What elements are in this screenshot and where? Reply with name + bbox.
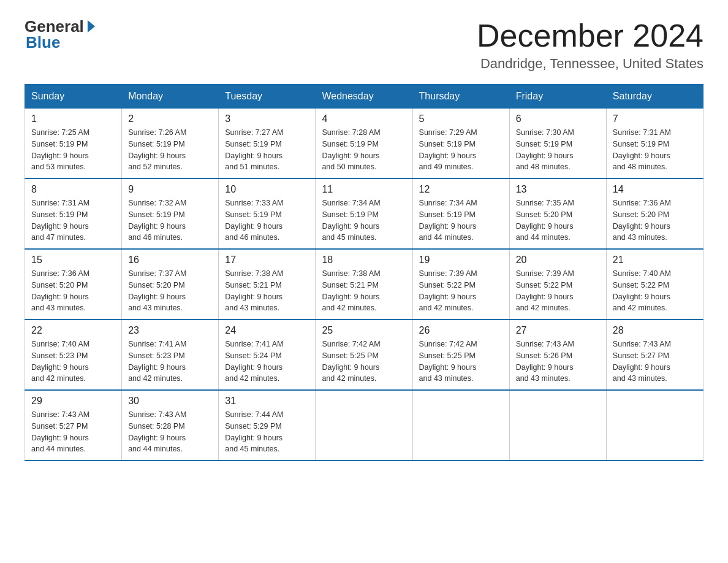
logo-text-blue: Blue <box>26 34 95 50</box>
calendar-day-cell: 11 Sunrise: 7:34 AM Sunset: 5:19 PM Dayl… <box>316 178 412 249</box>
calendar-day-cell: 3 Sunrise: 7:27 AM Sunset: 5:19 PM Dayli… <box>219 109 316 179</box>
day-info: Sunrise: 7:42 AM Sunset: 5:25 PM Dayligh… <box>419 339 503 385</box>
calendar-day-cell: 15 Sunrise: 7:36 AM Sunset: 5:20 PM Dayl… <box>25 249 122 320</box>
day-number: 29 <box>31 396 115 407</box>
day-number: 9 <box>128 184 212 195</box>
day-number: 31 <box>225 396 309 407</box>
day-info: Sunrise: 7:28 AM Sunset: 5:19 PM Dayligh… <box>322 127 406 173</box>
calendar-day-cell: 13 Sunrise: 7:35 AM Sunset: 5:20 PM Dayl… <box>509 178 606 249</box>
day-number: 20 <box>516 255 600 266</box>
day-info: Sunrise: 7:40 AM Sunset: 5:22 PM Dayligh… <box>613 268 697 314</box>
day-info: Sunrise: 7:38 AM Sunset: 5:21 PM Dayligh… <box>322 268 406 314</box>
calendar-day-cell: 4 Sunrise: 7:28 AM Sunset: 5:19 PM Dayli… <box>316 109 412 179</box>
calendar-day-cell: 26 Sunrise: 7:42 AM Sunset: 5:25 PM Dayl… <box>412 320 509 390</box>
day-number: 18 <box>322 255 406 266</box>
day-info: Sunrise: 7:41 AM Sunset: 5:24 PM Dayligh… <box>225 339 309 385</box>
calendar-day-cell: 12 Sunrise: 7:34 AM Sunset: 5:19 PM Dayl… <box>412 178 509 249</box>
logo-general: General <box>25 18 95 34</box>
calendar-day-cell <box>316 390 412 461</box>
calendar-day-cell: 6 Sunrise: 7:30 AM Sunset: 5:19 PM Dayli… <box>509 109 606 179</box>
calendar-day-cell: 16 Sunrise: 7:37 AM Sunset: 5:20 PM Dayl… <box>122 249 219 320</box>
month-title: December 2024 <box>477 18 703 53</box>
calendar-day-cell: 14 Sunrise: 7:36 AM Sunset: 5:20 PM Dayl… <box>606 178 703 249</box>
calendar-day-cell: 1 Sunrise: 7:25 AM Sunset: 5:19 PM Dayli… <box>25 109 122 179</box>
calendar-day-cell: 17 Sunrise: 7:38 AM Sunset: 5:21 PM Dayl… <box>219 249 316 320</box>
day-info: Sunrise: 7:43 AM Sunset: 5:27 PM Dayligh… <box>613 339 697 385</box>
calendar-day-cell: 28 Sunrise: 7:43 AM Sunset: 5:27 PM Dayl… <box>606 320 703 390</box>
day-info: Sunrise: 7:35 AM Sunset: 5:20 PM Dayligh… <box>516 197 600 243</box>
logo: General Blue <box>25 18 95 50</box>
day-info: Sunrise: 7:26 AM Sunset: 5:19 PM Dayligh… <box>128 127 212 173</box>
logo-text-general: General <box>25 18 84 34</box>
calendar-day-cell: 5 Sunrise: 7:29 AM Sunset: 5:19 PM Dayli… <box>412 109 509 179</box>
day-info: Sunrise: 7:36 AM Sunset: 5:20 PM Dayligh… <box>31 268 115 314</box>
day-number: 26 <box>419 325 503 336</box>
calendar-day-cell: 19 Sunrise: 7:39 AM Sunset: 5:22 PM Dayl… <box>412 249 509 320</box>
day-number: 21 <box>613 255 697 266</box>
day-number: 13 <box>516 184 600 195</box>
calendar-week-row: 15 Sunrise: 7:36 AM Sunset: 5:20 PM Dayl… <box>25 249 703 320</box>
day-number: 12 <box>419 184 503 195</box>
calendar-day-cell: 23 Sunrise: 7:41 AM Sunset: 5:23 PM Dayl… <box>122 320 219 390</box>
day-number: 24 <box>225 325 309 336</box>
day-number: 19 <box>419 255 503 266</box>
calendar-week-row: 29 Sunrise: 7:43 AM Sunset: 5:27 PM Dayl… <box>25 390 703 461</box>
day-info: Sunrise: 7:43 AM Sunset: 5:28 PM Dayligh… <box>128 409 212 455</box>
day-info: Sunrise: 7:31 AM Sunset: 5:19 PM Dayligh… <box>31 197 115 243</box>
logo-arrow-icon <box>88 20 95 33</box>
calendar-day-cell: 29 Sunrise: 7:43 AM Sunset: 5:27 PM Dayl… <box>25 390 122 461</box>
col-saturday: Saturday <box>606 85 703 109</box>
col-monday: Monday <box>122 85 219 109</box>
calendar-day-cell <box>606 390 703 461</box>
day-info: Sunrise: 7:33 AM Sunset: 5:19 PM Dayligh… <box>225 197 309 243</box>
day-number: 11 <box>322 184 406 195</box>
day-number: 1 <box>31 113 115 124</box>
calendar-day-cell <box>412 390 509 461</box>
calendar-week-row: 1 Sunrise: 7:25 AM Sunset: 5:19 PM Dayli… <box>25 109 703 179</box>
calendar-body: 1 Sunrise: 7:25 AM Sunset: 5:19 PM Dayli… <box>25 109 703 461</box>
calendar-table: Sunday Monday Tuesday Wednesday Thursday… <box>25 84 703 461</box>
calendar-day-cell: 22 Sunrise: 7:40 AM Sunset: 5:23 PM Dayl… <box>25 320 122 390</box>
page-header: General Blue December 2024 Dandridge, Te… <box>25 18 703 72</box>
day-number: 25 <box>322 325 406 336</box>
day-info: Sunrise: 7:38 AM Sunset: 5:21 PM Dayligh… <box>225 268 309 314</box>
day-number: 28 <box>613 325 697 336</box>
calendar-day-cell: 24 Sunrise: 7:41 AM Sunset: 5:24 PM Dayl… <box>219 320 316 390</box>
day-info: Sunrise: 7:39 AM Sunset: 5:22 PM Dayligh… <box>516 268 600 314</box>
day-number: 5 <box>419 113 503 124</box>
calendar-day-cell: 10 Sunrise: 7:33 AM Sunset: 5:19 PM Dayl… <box>219 178 316 249</box>
calendar-day-cell: 25 Sunrise: 7:42 AM Sunset: 5:25 PM Dayl… <box>316 320 412 390</box>
day-info: Sunrise: 7:43 AM Sunset: 5:26 PM Dayligh… <box>516 339 600 385</box>
day-info: Sunrise: 7:37 AM Sunset: 5:20 PM Dayligh… <box>128 268 212 314</box>
calendar-day-cell: 27 Sunrise: 7:43 AM Sunset: 5:26 PM Dayl… <box>509 320 606 390</box>
day-number: 6 <box>516 113 600 124</box>
title-block: December 2024 Dandridge, Tennessee, Unit… <box>477 18 703 72</box>
calendar-day-cell: 18 Sunrise: 7:38 AM Sunset: 5:21 PM Dayl… <box>316 249 412 320</box>
col-friday: Friday <box>509 85 606 109</box>
day-number: 10 <box>225 184 309 195</box>
day-info: Sunrise: 7:34 AM Sunset: 5:19 PM Dayligh… <box>322 197 406 243</box>
day-info: Sunrise: 7:42 AM Sunset: 5:25 PM Dayligh… <box>322 339 406 385</box>
day-number: 8 <box>31 184 115 195</box>
day-info: Sunrise: 7:44 AM Sunset: 5:29 PM Dayligh… <box>225 409 309 455</box>
col-thursday: Thursday <box>412 85 509 109</box>
calendar-day-cell: 30 Sunrise: 7:43 AM Sunset: 5:28 PM Dayl… <box>122 390 219 461</box>
calendar-day-cell: 9 Sunrise: 7:32 AM Sunset: 5:19 PM Dayli… <box>122 178 219 249</box>
day-info: Sunrise: 7:27 AM Sunset: 5:19 PM Dayligh… <box>225 127 309 173</box>
day-info: Sunrise: 7:30 AM Sunset: 5:19 PM Dayligh… <box>516 127 600 173</box>
calendar-header: Sunday Monday Tuesday Wednesday Thursday… <box>25 85 703 109</box>
day-info: Sunrise: 7:31 AM Sunset: 5:19 PM Dayligh… <box>613 127 697 173</box>
day-info: Sunrise: 7:36 AM Sunset: 5:20 PM Dayligh… <box>613 197 697 243</box>
header-row: Sunday Monday Tuesday Wednesday Thursday… <box>25 85 703 109</box>
day-info: Sunrise: 7:41 AM Sunset: 5:23 PM Dayligh… <box>128 339 212 385</box>
day-info: Sunrise: 7:29 AM Sunset: 5:19 PM Dayligh… <box>419 127 503 173</box>
day-info: Sunrise: 7:40 AM Sunset: 5:23 PM Dayligh… <box>31 339 115 385</box>
col-tuesday: Tuesday <box>219 85 316 109</box>
calendar-day-cell: 7 Sunrise: 7:31 AM Sunset: 5:19 PM Dayli… <box>606 109 703 179</box>
calendar-day-cell: 21 Sunrise: 7:40 AM Sunset: 5:22 PM Dayl… <box>606 249 703 320</box>
day-number: 7 <box>613 113 697 124</box>
day-info: Sunrise: 7:43 AM Sunset: 5:27 PM Dayligh… <box>31 409 115 455</box>
day-info: Sunrise: 7:39 AM Sunset: 5:22 PM Dayligh… <box>419 268 503 314</box>
calendar-week-row: 8 Sunrise: 7:31 AM Sunset: 5:19 PM Dayli… <box>25 178 703 249</box>
day-number: 4 <box>322 113 406 124</box>
